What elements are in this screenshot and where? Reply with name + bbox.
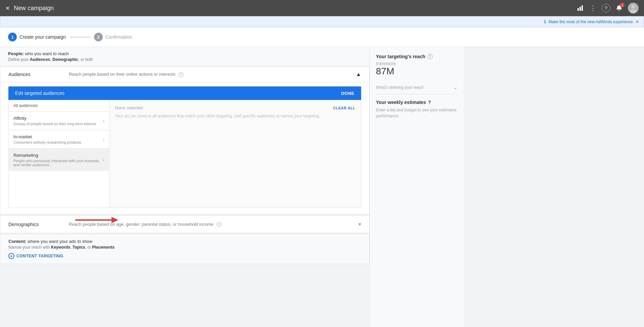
svg-point-3: [631, 5, 635, 9]
topbar-title: New campaign: [14, 5, 54, 12]
remarketing-chevron-icon: ›: [103, 157, 104, 162]
svg-point-4: [630, 9, 637, 13]
affinity-chevron-icon: ›: [103, 118, 104, 123]
content-targeting-label: CONTENT TARGETING: [16, 254, 63, 258]
demographics-description: Reach people based on age, gender, paren…: [69, 222, 358, 227]
content-subtitle: Narrow your reach with Keywords, Topics,…: [8, 245, 361, 250]
audiences-description: Reach people based on their online actio…: [69, 72, 356, 77]
audiences-collapse-icon[interactable]: ▲: [356, 71, 361, 77]
impressions-value: 87M: [376, 66, 458, 77]
step-1: 1 Create your campaign: [8, 33, 66, 41]
impressions-label: Impressions: [376, 61, 458, 65]
whats-defining-label: What's defining your reach: [376, 85, 424, 90]
targeting-reach-help-icon[interactable]: ?: [427, 54, 433, 59]
targeting-reach-title: Your targeting's reach ?: [376, 54, 458, 59]
audiences-header[interactable]: Audiences Reach people based on their on…: [0, 67, 369, 82]
weekly-estimates-description: Enter a bid and budget to see your estim…: [376, 107, 458, 119]
in-market-title: In-market: [13, 134, 81, 139]
content-targeting-button[interactable]: + CONTENT TARGETING: [8, 253, 361, 259]
step-2: 2 Confirmation: [94, 33, 132, 41]
content-section: Content: where you want your ads to show…: [0, 234, 370, 264]
demographics-card: Demographics Reach people based on age, …: [0, 215, 370, 233]
weekly-estimates-help-icon[interactable]: ?: [428, 100, 431, 105]
affinity-title: Affinity: [13, 116, 96, 121]
topbar-icons: ⋮ ? 1: [576, 3, 639, 13]
notification-badge-count: 1: [620, 3, 625, 7]
step-1-circle: 1: [8, 33, 17, 41]
all-audiences-label: All audiences:: [13, 103, 39, 108]
affinity-desc: Groups of people based on their long ter…: [13, 122, 96, 126]
topbar: ✕ New campaign ⋮ ? 1: [0, 0, 644, 16]
step-divider: [70, 37, 90, 37]
stepper-bar: 1 Create your campaign 2 Confirmation: [0, 27, 644, 47]
content-title: Content: where you want your ads to show: [8, 239, 361, 244]
step-1-label: Create your campaign: [19, 34, 66, 40]
audiences-left-panel: All audiences: Affinity Groups of people…: [9, 100, 110, 207]
demographics-label: Demographics: [8, 222, 69, 227]
in-market-chevron-icon: ›: [103, 137, 104, 142]
content-targeting-plus-icon: +: [8, 253, 14, 259]
demographics-row[interactable]: Demographics Reach people based on age, …: [0, 216, 369, 233]
notification-bar: ℹ Make the most of the new AdWords exper…: [0, 16, 644, 27]
notification-text: Make the most of the new AdWords experie…: [549, 20, 633, 24]
audiences-right-panel: None selected CLEAR ALL Your ad can show…: [110, 100, 361, 207]
notification-close[interactable]: ✕: [636, 20, 639, 24]
menu-icon[interactable]: ⋮: [589, 4, 597, 12]
right-panel: Your targeting's reach ? Impressions 87M…: [370, 47, 464, 327]
step-2-circle: 2: [94, 33, 103, 41]
in-market-audience-item[interactable]: In-market Consumers actively researching…: [9, 130, 109, 149]
whats-defining-expand-icon: ⌄: [453, 84, 458, 90]
none-selected-label: None selected: [115, 105, 143, 110]
audiences-split-panel: All audiences: Affinity Groups of people…: [8, 100, 361, 208]
remarketing-desc: People who previously interacted with yo…: [13, 159, 103, 167]
audiences-section: Audiences Reach people based on their on…: [0, 66, 370, 215]
main-layout: People: who you want to reach Define you…: [0, 47, 644, 327]
all-audiences-header: All audiences:: [9, 100, 109, 112]
whats-defining-reach[interactable]: What's defining your reach ⌄: [376, 81, 458, 94]
clear-all-button[interactable]: CLEAR ALL: [333, 106, 355, 110]
step-2-label: Confirmation: [105, 34, 132, 40]
demographics-help-icon[interactable]: ?: [217, 222, 221, 227]
edit-targeted-audiences-bar: Edit targeted audiences DONE: [8, 86, 361, 100]
remarketing-title: Remarketing: [13, 153, 103, 158]
help-icon[interactable]: ?: [602, 4, 610, 12]
weekly-estimates-title: Your weekly estimates ?: [376, 100, 458, 105]
in-market-desc: Consumers actively researching products: [13, 140, 81, 144]
edit-bar-label: Edit targeted audiences: [15, 90, 65, 96]
people-title: People: who you want to reach: [8, 51, 361, 56]
svg-rect-2: [582, 5, 583, 11]
affinity-audience-item[interactable]: Affinity Groups of people based on their…: [9, 112, 109, 130]
people-subtitle: Define your Audiences, Demographic, or b…: [8, 57, 361, 62]
audiences-help-icon[interactable]: ?: [179, 72, 183, 77]
close-icon[interactable]: ✕: [5, 5, 10, 11]
done-button[interactable]: DONE: [341, 91, 354, 96]
main-content: People: who you want to reach Define you…: [0, 47, 370, 327]
audiences-placeholder-text: Your ad can show to all audiences that m…: [115, 113, 355, 119]
svg-rect-0: [577, 8, 579, 11]
svg-rect-1: [579, 7, 581, 11]
people-section-header: People: who you want to reach Define you…: [0, 47, 370, 66]
charts-icon[interactable]: [576, 4, 584, 12]
audiences-label: Audiences: [8, 72, 69, 77]
notification-icon[interactable]: 1: [615, 4, 623, 12]
avatar[interactable]: [628, 3, 639, 13]
remarketing-audience-item[interactable]: Remarketing People who previously intera…: [9, 149, 109, 171]
demographics-expand-icon[interactable]: ▾: [358, 221, 361, 227]
